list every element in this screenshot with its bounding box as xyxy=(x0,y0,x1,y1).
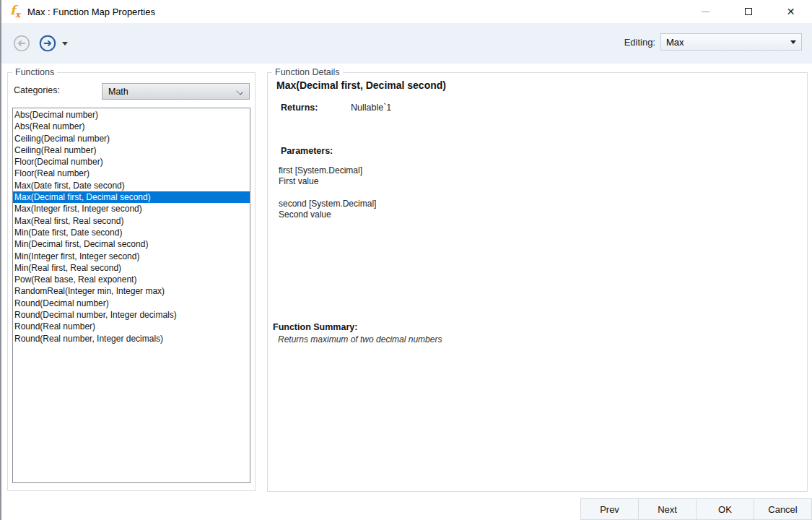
parameters-label: Parameters: xyxy=(281,146,333,156)
parameter-entry: first [System.Decimal]First value xyxy=(279,165,376,186)
returns-row: Returns: Nullable`1 xyxy=(281,103,391,113)
editing-value: Max xyxy=(666,37,684,48)
list-item[interactable]: Abs(Decimal number) xyxy=(13,109,250,121)
forward-circle-arrow-icon xyxy=(39,35,56,52)
list-item[interactable]: Ceiling(Decimal number) xyxy=(13,133,250,144)
next-button[interactable]: Next xyxy=(638,498,697,520)
editing-dropdown[interactable]: Max xyxy=(660,33,802,51)
list-item[interactable]: Max(Date first, Date second) xyxy=(13,180,250,191)
functions-panel: Functions Categories: Math Abs(Decimal n… xyxy=(7,72,256,491)
categories-label: Categories: xyxy=(14,85,60,95)
parameter-name: second [System.Decimal] xyxy=(279,199,376,209)
list-item[interactable]: Min(Date first, Date second) xyxy=(13,227,250,238)
list-item[interactable]: Round(Decimal number) xyxy=(13,298,250,309)
list-item[interactable]: Pow(Real base, Real exponent) xyxy=(13,274,250,285)
editing-group: Editing: Max xyxy=(624,33,802,51)
maximize-button[interactable] xyxy=(727,0,769,23)
close-button[interactable]: ✕ xyxy=(769,0,812,23)
list-item[interactable]: Round(Decimal number, Integer decimals) xyxy=(13,309,250,321)
list-item[interactable]: Min(Decimal first, Decimal second) xyxy=(13,238,250,250)
list-item[interactable]: Min(Integer first, Integer second) xyxy=(13,251,250,262)
minimize-icon xyxy=(702,12,710,12)
list-item[interactable]: Abs(Real number) xyxy=(13,121,250,132)
list-item[interactable]: Ceiling(Real number) xyxy=(13,144,250,156)
window-controls: ✕ xyxy=(684,0,812,23)
footer-button-bar: PrevNextOKCancel xyxy=(581,498,812,520)
returns-value: Nullable`1 xyxy=(351,103,391,113)
toolbar: Editing: Max xyxy=(1,23,812,64)
chevron-down-icon xyxy=(790,40,796,44)
categories-value: Math xyxy=(108,87,128,97)
forward-dropdown-caret-icon[interactable] xyxy=(62,42,68,46)
back-circle-arrow-icon xyxy=(13,35,30,52)
list-item[interactable]: Floor(Decimal number) xyxy=(13,156,250,168)
returns-label: Returns: xyxy=(281,103,351,113)
chevron-down-icon xyxy=(237,88,243,95)
function-list[interactable]: Abs(Decimal number)Abs(Real number)Ceili… xyxy=(12,108,250,483)
forward-button[interactable] xyxy=(39,35,56,52)
parameter-description: First value xyxy=(279,176,376,187)
function-signature: Max(Decimal first, Decimal second) xyxy=(276,79,446,91)
list-item[interactable]: RandomReal(Integer min, Integer max) xyxy=(13,285,250,297)
cancel-button[interactable]: Cancel xyxy=(754,498,812,520)
back-button[interactable] xyxy=(13,35,30,52)
list-item[interactable]: Min(Real first, Real second) xyxy=(13,262,250,274)
window-title: Max : Function Map Properties xyxy=(27,6,155,17)
details-panel-title: Function Details xyxy=(272,67,343,77)
maximize-icon xyxy=(745,8,752,15)
function-summary-label: Function Summary: xyxy=(273,322,357,332)
ok-button[interactable]: OK xyxy=(696,498,754,520)
title-bar: fx Max : Function Map Properties ✕ xyxy=(1,0,812,23)
list-item[interactable]: Round(Real number) xyxy=(13,321,250,332)
function-details-panel: Function Details Max(Decimal first, Deci… xyxy=(267,72,808,492)
functions-panel-title: Functions xyxy=(12,67,57,77)
function-map-properties-window: fx Max : Function Map Properties ✕ Editi… xyxy=(0,0,812,520)
minimize-button[interactable] xyxy=(684,0,727,23)
parameter-description: Second value xyxy=(279,209,376,220)
editing-label: Editing: xyxy=(624,37,655,48)
list-item[interactable]: Max(Integer first, Integer second) xyxy=(13,203,250,214)
parameters-list: first [System.Decimal]First valuesecond … xyxy=(279,165,376,232)
parameter-entry: second [System.Decimal]Second value xyxy=(279,199,376,220)
fx-icon: fx xyxy=(10,4,20,19)
list-item[interactable]: Max(Real first, Real second) xyxy=(13,215,250,227)
function-summary-text: Returns maximum of two decimal numbers xyxy=(278,334,442,344)
prev-button[interactable]: Prev xyxy=(580,498,639,520)
categories-dropdown[interactable]: Math xyxy=(102,83,250,100)
close-icon: ✕ xyxy=(787,6,795,17)
parameter-name: first [System.Decimal] xyxy=(279,165,376,176)
list-item[interactable]: Floor(Real number) xyxy=(13,168,250,179)
list-item[interactable]: Max(Decimal first, Decimal second) xyxy=(13,191,250,203)
list-item[interactable]: Round(Real number, Integer decimals) xyxy=(13,333,250,344)
